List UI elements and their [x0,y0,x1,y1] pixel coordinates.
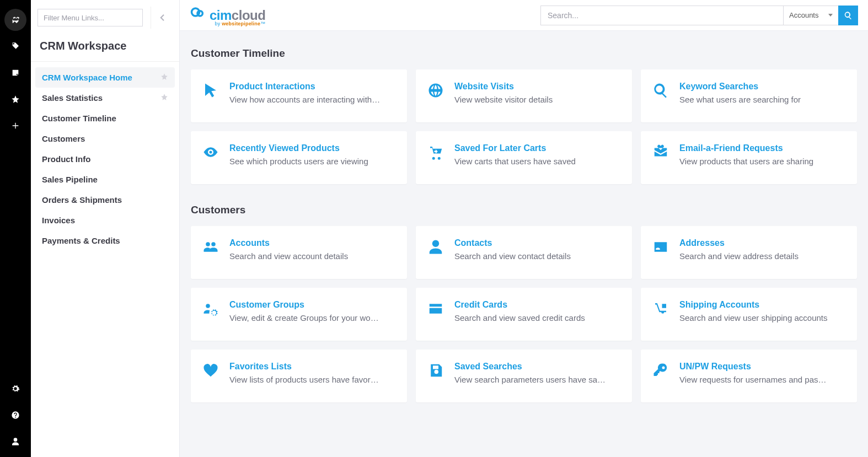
chevron-down-icon [828,14,833,17]
rail-star[interactable] [4,88,26,110]
card-title: Customer Groups [229,300,396,310]
favorite-star-icon[interactable] [160,93,168,103]
section-title: Customer Timeline [191,47,857,60]
save-icon [427,362,444,379]
card-description: Search and view user shipping accounts [679,313,846,322]
card-grid: AccountsSearch and view account detailsC… [191,226,857,402]
sidebar-item-label: Invoices [42,216,75,225]
rail-help[interactable] [4,404,26,426]
logo-text-cim: cim [210,8,232,23]
card-title: Saved For Later Carts [454,143,621,153]
card-saved-for-later-carts[interactable]: Saved For Later CartsView carts that use… [416,131,632,184]
sidebar-item-label: Customer Timeline [42,114,116,123]
card-addresses[interactable]: AddressesSearch and view address details [641,226,857,279]
card-description: Search and view address details [679,251,846,261]
card-title: Favorites Lists [229,362,396,372]
card-description: View carts that users have saved [454,157,621,166]
search-input[interactable] [540,6,783,25]
card-credit-cards[interactable]: Credit CardsSearch and view saved credit… [416,288,632,341]
users-cog-icon [202,300,219,318]
cart-down-icon [427,143,444,161]
filter-menu-input[interactable] [37,9,143,26]
sidebar-item-invoices[interactable]: Invoices [35,210,175,230]
sidebar-item-sales-statistics[interactable]: Sales Statistics [35,88,175,108]
card-description: View, edit & create Groups for your wo… [229,313,396,322]
card-website-visits[interactable]: Website VisitsView website visitor detai… [416,69,632,122]
rail-tag[interactable] [4,35,26,57]
sidebar-item-payments-credits[interactable]: Payments & Credits [35,230,175,251]
search-button[interactable] [838,6,858,25]
handshake-icon [11,15,20,24]
card-accounts[interactable]: AccountsSearch and view account details [191,226,407,279]
card-un-pw-requests[interactable]: UN/PW RequestsView requests for username… [641,350,857,402]
rail-user[interactable] [4,431,26,453]
rail-plus[interactable] [4,115,26,137]
arrow-left-icon [157,13,167,23]
rail-note[interactable] [4,62,26,84]
card-description: View website visitor details [454,95,621,104]
mail-heart-icon [652,143,669,161]
card-title: Saved Searches [454,362,621,372]
sidebar-item-sales-pipeline[interactable]: Sales Pipeline [35,169,175,190]
card-contacts[interactable]: ContactsSearch and view contact details [416,226,632,279]
gear-icon [11,384,20,393]
card-description: View requests for usernames and pas… [679,375,846,384]
card-saved-searches[interactable]: Saved SearchesView search parameters use… [416,350,632,402]
eye-icon [202,143,219,161]
sidebar-back-button[interactable] [151,7,173,29]
help-icon [11,411,20,420]
logo-subtitle: by websitepipeline™ [210,21,265,26]
sidebar-item-label: Payments & Credits [42,236,120,245]
main: cimcloud by websitepipeline™ Accounts Cu… [180,0,868,457]
search-icon [844,11,853,20]
card-description: See what users are searching for [679,95,846,104]
favorite-star-icon[interactable] [160,73,168,82]
card-shipping-accounts[interactable]: Shipping AccountsSearch and view user sh… [641,288,857,341]
logo-mark-icon [190,4,205,20]
cursor-icon [202,82,219,99]
sidebar-item-customer-timeline[interactable]: Customer Timeline [35,108,175,128]
sidebar-item-crm-workspace-home[interactable]: CRM Workspace Home [35,67,175,88]
search-scope-label: Accounts [789,11,818,19]
section-title: Customers [191,204,857,216]
id-card-icon [652,238,669,256]
card-email-a-friend-requests[interactable]: Email-a-Friend RequestsView products tha… [641,131,857,184]
card-title: Product Interactions [229,82,396,92]
sidebar-item-label: Orders & Shipments [42,195,122,205]
left-rail [0,0,31,457]
rail-gear[interactable] [4,378,26,400]
search-group: Accounts [540,6,858,25]
card-customer-groups[interactable]: Customer GroupsView, edit & create Group… [191,288,407,341]
dolly-icon [652,300,669,318]
card-title: Recently Viewed Products [229,143,396,153]
sidebar-item-orders-shipments[interactable]: Orders & Shipments [35,190,175,210]
card-description: Search and view account details [229,251,396,261]
card-keyword-searches[interactable]: Keyword SearchesSee what users are searc… [641,69,857,122]
card-title: Keyword Searches [679,82,846,92]
tag-icon [11,42,20,51]
key-icon [652,362,669,379]
card-product-interactions[interactable]: Product InteractionsView how accounts ar… [191,69,407,122]
rail-handshake[interactable] [4,9,26,31]
sidebar-item-label: Customers [42,134,85,143]
card-description: View how accounts are interacting with… [229,95,396,104]
card-description: Search and view contact details [454,251,621,261]
globe-icon [427,82,444,99]
logo[interactable]: cimcloud by websitepipeline™ [190,4,265,26]
sidebar-item-label: Product Info [42,154,90,164]
search-icon [652,82,669,99]
card-title: Accounts [229,238,396,248]
card-favorites-lists[interactable]: Favorites ListsView lists of products us… [191,350,407,402]
search-scope-select[interactable]: Accounts [783,6,838,25]
sidebar-item-label: CRM Workspace Home [42,73,132,82]
sidebar: CRM Workspace CRM Workspace HomeSales St… [31,0,180,457]
card-title: Addresses [679,238,846,248]
card-title: UN/PW Requests [679,362,846,372]
card-title: Contacts [454,238,621,248]
card-recently-viewed-products[interactable]: Recently Viewed ProductsSee which produc… [191,131,407,184]
sidebar-item-customers[interactable]: Customers [35,128,175,149]
user-icon [11,437,20,446]
card-title: Email-a-Friend Requests [679,143,846,153]
card-description: See which products users are viewing [229,157,396,166]
sidebar-item-product-info[interactable]: Product Info [35,149,175,169]
